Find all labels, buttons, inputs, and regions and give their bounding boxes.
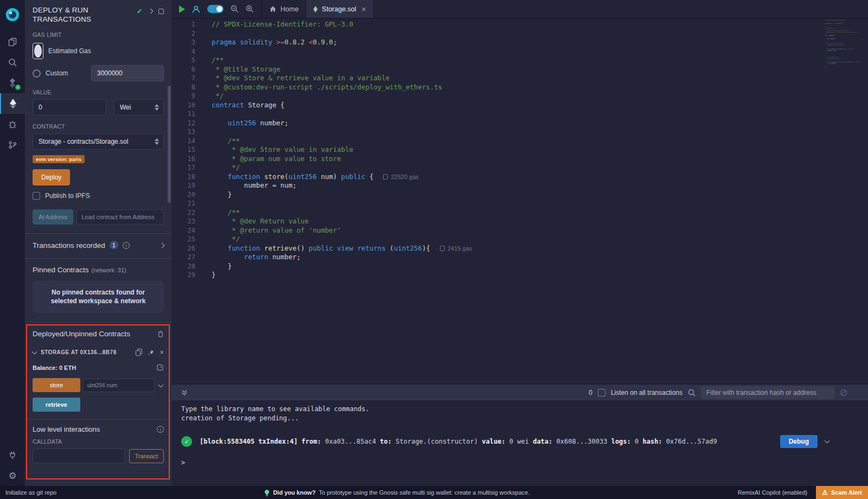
code-line: /** xyxy=(212,137,868,146)
tab-home[interactable]: Home xyxy=(261,0,306,18)
scam-alert-label: Scam Alert xyxy=(831,489,862,496)
editor-gutter: 1234567891011121314151617181920212223242… xyxy=(171,18,203,384)
store-button[interactable]: store xyxy=(33,378,80,392)
rail-item-debugger[interactable] xyxy=(0,114,25,135)
ai-assistant-icon[interactable] xyxy=(192,5,200,13)
custom-gas-radio[interactable] xyxy=(33,69,41,78)
tab-home-label: Home xyxy=(280,5,298,13)
zoom-in-icon[interactable] xyxy=(246,5,254,13)
terminal[interactable]: Type the library name to see available c… xyxy=(171,400,868,486)
rail-item-solidity-compiler[interactable]: ✓ xyxy=(0,73,25,93)
line-number: 10 xyxy=(171,101,195,110)
store-expand-icon[interactable] xyxy=(158,382,164,387)
value-unit-select[interactable]: Wei xyxy=(114,99,164,116)
rail-item-file-explorer[interactable] xyxy=(0,31,25,52)
line-number: 3 xyxy=(171,38,195,47)
contract-label: CONTRACT xyxy=(33,123,164,130)
line-number: 15 xyxy=(171,145,195,155)
code-line: * @dev Store & retrieve value in a varia… xyxy=(212,74,868,83)
code-line: // SPDX-License-Identifier: GPL-3.0 xyxy=(212,20,868,29)
code-line: * @custom:dev-run-script ./scripts/deplo… xyxy=(825,31,860,33)
rail-item-plugin-manager[interactable] xyxy=(0,445,25,465)
instance-label: STORAGE AT 0X136...8B78 xyxy=(41,349,117,355)
tab-storage-sol[interactable]: Storage.sol × xyxy=(306,0,373,18)
code-line xyxy=(212,199,868,208)
blocks-icon[interactable] xyxy=(840,389,847,396)
deploy-button[interactable]: Deploy xyxy=(33,169,70,185)
terminal-toolbar: 0 Listen on all transactions xyxy=(171,384,868,400)
run-script-icon[interactable] xyxy=(179,5,185,13)
terminal-expand-icon[interactable] xyxy=(181,389,188,396)
publish-ipfs-label: Publish to IPFS xyxy=(45,192,90,200)
code-line: /** xyxy=(212,56,868,65)
line-number: 14 xyxy=(171,137,195,146)
minimap[interactable]: // SPDX-License-Identifier: GPL-3.0pragm… xyxy=(825,20,860,68)
bug-icon xyxy=(8,120,17,129)
tab-close-icon[interactable]: × xyxy=(362,5,366,13)
transact-button[interactable]: Transact xyxy=(129,449,164,463)
filter-input[interactable] xyxy=(701,386,834,399)
code-line: number = num; xyxy=(212,181,868,190)
code-line: * @param num value to store xyxy=(212,155,868,164)
gas-icon xyxy=(440,246,445,251)
rail-item-settings[interactable]: ⚙ xyxy=(0,465,25,486)
code-line: */ xyxy=(212,163,868,172)
tx-expand-icon[interactable] xyxy=(825,438,830,443)
publish-ipfs-checkbox[interactable] xyxy=(33,192,40,200)
contract-select[interactable]: Storage - contracts/Storage.sol xyxy=(33,133,164,150)
panel-scrollbar[interactable] xyxy=(168,86,171,203)
terminal-search-icon xyxy=(688,389,695,396)
gear-icon: ⚙ xyxy=(8,470,16,482)
pin-instance-icon[interactable] xyxy=(148,349,154,356)
environment-ok-icon: ✓ xyxy=(137,7,143,15)
main-row: ✓ xyxy=(0,0,868,486)
solidity-file-icon xyxy=(313,6,318,12)
editor-code[interactable]: // SPDX-License-Identifier: GPL-3.0pragm… xyxy=(203,18,868,384)
debug-button[interactable]: Debug xyxy=(780,435,818,448)
copy-address-icon[interactable] xyxy=(136,349,142,356)
code-line: } xyxy=(212,271,868,280)
low-level-info-icon[interactable]: i xyxy=(157,426,164,433)
estimated-gas-radio[interactable] xyxy=(33,43,43,59)
transactions-expand-icon[interactable] xyxy=(159,242,165,248)
at-address-input[interactable] xyxy=(76,209,164,225)
code-line xyxy=(212,47,868,56)
custom-gas-input[interactable] xyxy=(91,65,164,81)
pin-panel-icon[interactable] xyxy=(158,9,164,14)
edit-balance-icon[interactable] xyxy=(157,364,164,371)
calldata-input[interactable] xyxy=(33,449,125,463)
value-label: VALUE xyxy=(33,89,164,95)
store-args-input[interactable] xyxy=(82,379,155,392)
zoom-out-icon[interactable] xyxy=(231,5,239,13)
custom-gas-label: Custom xyxy=(46,69,68,77)
at-address-button[interactable]: At Address xyxy=(33,209,73,225)
remix-logo[interactable] xyxy=(0,4,25,25)
terminal-prompt[interactable]: > xyxy=(181,459,868,466)
trash-icon[interactable] xyxy=(157,330,164,337)
code-line: */ xyxy=(212,235,868,244)
rail-item-deploy-run[interactable] xyxy=(0,93,25,114)
line-number: 5 xyxy=(171,56,195,65)
info-icon[interactable]: i xyxy=(123,242,130,249)
scam-alert-button[interactable]: ⚠ Scam Alert xyxy=(816,486,868,499)
git-init-status[interactable]: Initialize as git repo xyxy=(5,489,56,496)
instance-expand-icon[interactable] xyxy=(32,349,37,354)
rail-item-git[interactable] xyxy=(0,135,25,155)
retrieve-button[interactable]: retrieve xyxy=(33,398,80,412)
transaction-log-row[interactable]: ✓ [block:5583405 txIndex:4] from: 0xa03.… xyxy=(181,435,868,448)
home-icon xyxy=(269,5,277,12)
remove-instance-icon[interactable]: × xyxy=(159,349,164,356)
line-number: 9 xyxy=(171,92,195,101)
deployed-contracts-title: Deployed/Unpinned Contracts xyxy=(33,330,130,338)
code-line xyxy=(212,110,868,119)
copilot-status[interactable]: RemixAI Copilot (enabled) xyxy=(738,489,807,496)
line-number: 7 xyxy=(171,74,195,83)
rail-item-search[interactable] xyxy=(0,52,25,73)
value-input[interactable] xyxy=(33,99,106,116)
code-editor[interactable]: 1234567891011121314151617181920212223242… xyxy=(171,18,868,384)
evm-version-badge: evm version: paris xyxy=(33,155,85,163)
copilot-toggle[interactable] xyxy=(207,5,224,13)
panel-collapse-icon[interactable] xyxy=(148,9,154,14)
panel-header: DEPLOY & RUN TRANSACTIONS ✓ xyxy=(33,5,164,24)
listen-checkbox[interactable] xyxy=(598,389,605,396)
